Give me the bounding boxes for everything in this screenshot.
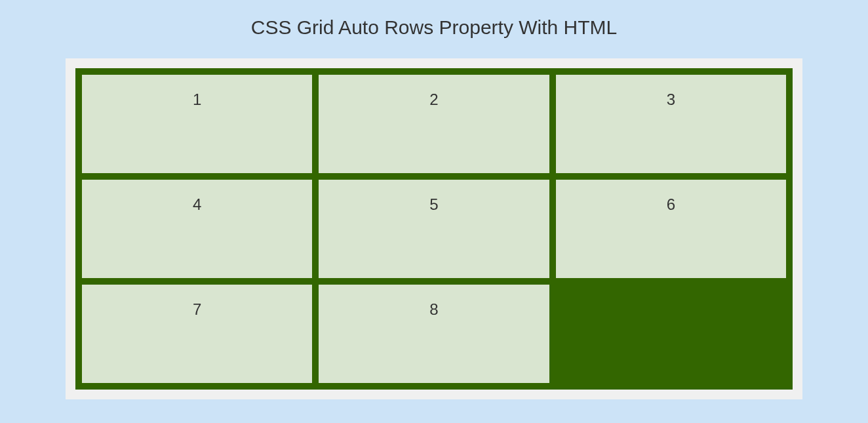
grid-cell: 2 [319, 75, 549, 173]
grid-cell: 4 [82, 180, 312, 278]
grid-cell: 7 [82, 285, 312, 383]
grid-cell: 5 [319, 180, 549, 278]
page-title: CSS Grid Auto Rows Property With HTML [0, 16, 868, 39]
grid-cell: 1 [82, 75, 312, 173]
grid-outer-container: 1 2 3 4 5 6 7 8 [66, 58, 802, 399]
grid-cell: 8 [319, 285, 549, 383]
grid-container: 1 2 3 4 5 6 7 8 [75, 68, 793, 390]
grid-cell: 6 [556, 180, 786, 278]
grid-cell: 3 [556, 75, 786, 173]
